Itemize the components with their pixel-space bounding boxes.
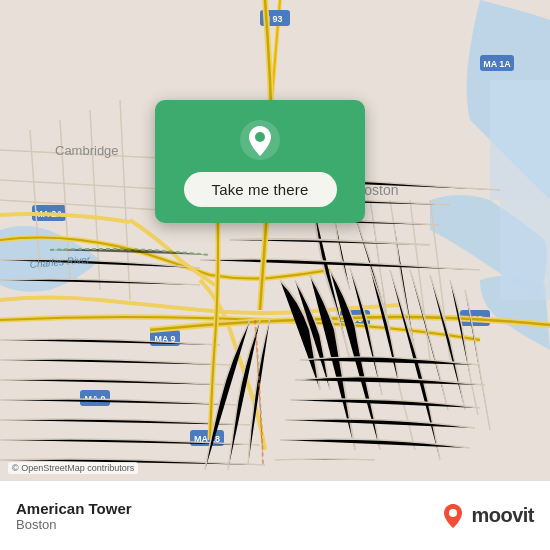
- svg-text:MA 1A: MA 1A: [483, 59, 511, 69]
- location-info: American Tower Boston: [16, 500, 132, 532]
- map-attribution: © OpenStreetMap contributors: [8, 462, 138, 474]
- location-title: American Tower: [16, 500, 132, 517]
- map-background: I 93 MA 28 MA 2A MA 1A MA 9 MA 9 MA 28 I…: [0, 0, 550, 480]
- svg-rect-1: [490, 80, 550, 200]
- svg-text:I 93: I 93: [267, 14, 282, 24]
- svg-text:Cambridge: Cambridge: [55, 143, 119, 158]
- svg-rect-2: [500, 200, 550, 300]
- location-city: Boston: [16, 517, 132, 532]
- svg-point-32: [255, 132, 265, 142]
- location-pin-icon: [238, 118, 282, 162]
- svg-point-33: [449, 509, 457, 517]
- moovit-brand-text: moovit: [471, 504, 534, 527]
- take-me-there-button[interactable]: Take me there: [184, 172, 337, 207]
- bottom-bar: American Tower Boston moovit: [0, 480, 550, 550]
- moovit-logo: moovit: [439, 502, 534, 530]
- map-container: I 93 MA 28 MA 2A MA 1A MA 9 MA 9 MA 28 I…: [0, 0, 550, 480]
- moovit-pin-icon: [439, 502, 467, 530]
- location-popup[interactable]: Take me there: [155, 100, 365, 223]
